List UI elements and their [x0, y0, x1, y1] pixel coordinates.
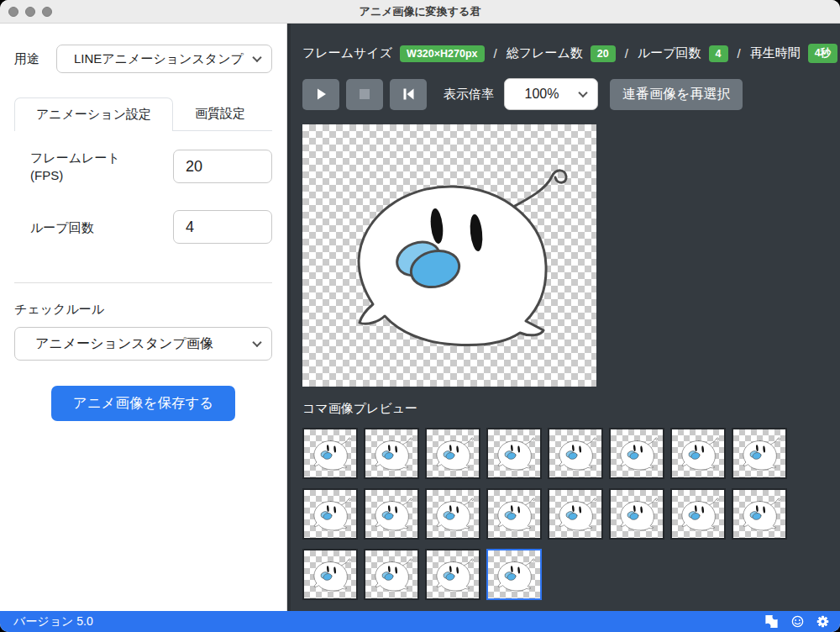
zoom-window-button[interactable] — [42, 7, 52, 17]
thumbnail-frame-14[interactable] — [609, 488, 664, 540]
loop-count-badge: 4 — [709, 45, 728, 62]
thumbnail-frame-5[interactable] — [548, 428, 603, 479]
window-title: アニメ画像に変換する君 — [360, 4, 481, 19]
skip-to-start-icon — [400, 86, 417, 103]
app-window: アニメ画像に変換する君 用途 LINEアニメーションスタンプ アニメーション設定… — [0, 0, 840, 632]
thumbnail-frame-9[interactable] — [302, 488, 358, 540]
ghost-character-image — [302, 124, 596, 387]
tab-animation-settings[interactable]: アニメーション設定 — [14, 97, 173, 131]
loop-count-info-label: ループ回数 — [638, 45, 701, 61]
stop-icon — [356, 86, 373, 103]
loop-count-label: ループ回数 — [30, 219, 173, 236]
sidebar-divider — [14, 282, 272, 283]
purpose-select[interactable]: LINEアニメーションスタンプ — [56, 45, 272, 73]
thumbnail-frame-6[interactable] — [609, 428, 664, 479]
tab-quality-settings[interactable]: 画質設定 — [173, 97, 267, 130]
info-separator: / — [492, 46, 499, 61]
animation-info-row: フレームサイズ W320×H270px / 総フレーム数 20 / ループ回数 … — [302, 44, 840, 63]
info-separator: / — [736, 46, 743, 61]
zoom-level-value: 100% — [525, 87, 578, 102]
info-separator: / — [623, 46, 630, 61]
thumbnail-frame-13[interactable] — [548, 488, 603, 540]
minimize-window-button[interactable] — [25, 7, 35, 17]
frames-preview-caption: コマ画像プレビュー — [302, 401, 840, 417]
chevron-down-icon — [252, 53, 261, 62]
thumbnail-frame-19[interactable] — [425, 549, 480, 600]
thumbnail-frame-18[interactable] — [364, 549, 419, 600]
thumbnail-frame-3[interactable] — [425, 428, 480, 479]
thumbnail-frame-7[interactable] — [670, 428, 726, 479]
thumbnail-frame-16[interactable] — [732, 488, 787, 540]
window-controls — [8, 7, 52, 17]
thumbnail-frame-17[interactable] — [302, 549, 358, 600]
reselect-images-button[interactable]: 連番画像を再選択 — [610, 79, 743, 110]
frame-size-badge: W320×H270px — [400, 45, 484, 62]
settings-sidebar: 用途 LINEアニメーションスタンプ アニメーション設定 画質設定 フレームレー… — [0, 24, 287, 611]
thumbnail-frame-15[interactable] — [670, 488, 726, 540]
thumbnail-frame-1[interactable] — [302, 428, 358, 479]
play-button[interactable] — [302, 79, 339, 110]
check-rule-select[interactable]: アニメーションスタンプ画像 — [14, 327, 272, 361]
app-logo-icon[interactable] — [764, 614, 780, 629]
frame-size-label: フレームサイズ — [302, 45, 392, 61]
close-window-button[interactable] — [8, 7, 18, 17]
total-frames-badge: 20 — [591, 45, 616, 62]
play-icon — [312, 86, 329, 103]
thumbnail-frame-2[interactable] — [364, 428, 419, 479]
playback-controls: 表示倍率 100% 連番画像を再選択 — [302, 78, 840, 110]
zoom-level-select[interactable]: 100% — [504, 78, 598, 110]
check-rule-select-value: アニメーションスタンプ画像 — [35, 335, 213, 353]
animation-preview — [302, 124, 596, 387]
thumbnail-frame-4[interactable] — [486, 428, 542, 479]
settings-tab-bar: アニメーション設定 画質設定 — [14, 97, 272, 131]
duration-label: 再生時間 — [750, 45, 801, 61]
thumbnail-frame-10[interactable] — [364, 488, 419, 540]
thumbnail-frame-8[interactable] — [732, 428, 787, 479]
purpose-label: 用途 — [14, 51, 56, 67]
preview-panel: フレームサイズ W320×H270px / 総フレーム数 20 / ループ回数 … — [287, 24, 840, 611]
zoom-level-label: 表示倍率 — [444, 87, 494, 103]
thumbnail-frame-20[interactable] — [486, 549, 542, 600]
gear-icon[interactable] — [816, 614, 830, 629]
smiley-icon[interactable] — [790, 614, 805, 629]
stop-button[interactable] — [346, 79, 383, 110]
statusbar-icons — [764, 614, 830, 629]
statusbar: バージョン 5.0 — [0, 611, 840, 632]
purpose-select-value: LINEアニメーションスタンプ — [74, 51, 244, 67]
check-rule-label: チェックルール — [14, 302, 272, 318]
version-label: バージョン 5.0 — [13, 614, 93, 629]
thumbnail-frame-11[interactable] — [425, 488, 480, 540]
fps-input[interactable] — [173, 150, 272, 183]
duration-badge: 4秒 — [808, 44, 837, 63]
chevron-down-icon — [578, 88, 587, 97]
thumbnail-frame-12[interactable] — [486, 488, 542, 540]
skip-to-start-button[interactable] — [390, 79, 427, 110]
loop-count-input[interactable] — [173, 210, 272, 244]
total-frames-label: 総フレーム数 — [507, 45, 583, 61]
titlebar: アニメ画像に変換する君 — [0, 0, 840, 24]
chevron-down-icon — [252, 338, 261, 347]
thumbnail-grid — [302, 428, 793, 600]
save-animation-button[interactable]: アニメ画像を保存する — [51, 386, 235, 421]
fps-label: フレームレート (FPS) — [30, 149, 173, 184]
